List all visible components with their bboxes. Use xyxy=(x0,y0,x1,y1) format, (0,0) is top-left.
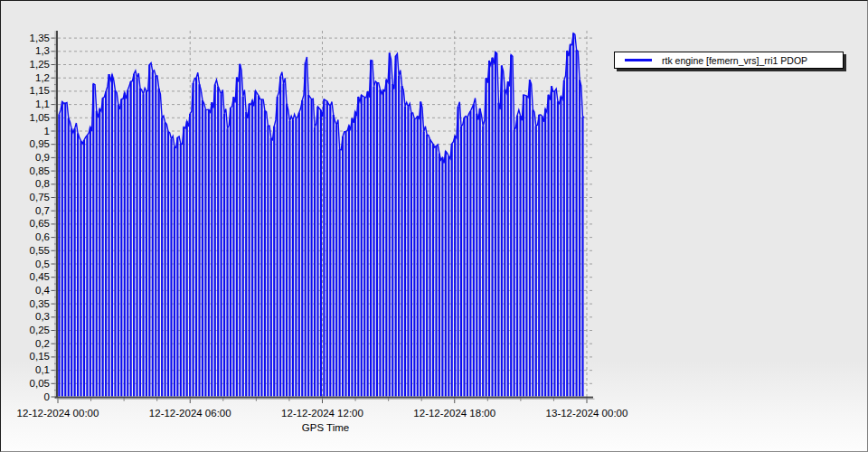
y-tick-label: 0,45 xyxy=(1,271,50,283)
y-tick-label: 1,3 xyxy=(1,45,50,57)
x-tick-label: 12-12-2024 00:00 xyxy=(4,408,112,419)
y-tick-label: 1,35 xyxy=(1,33,50,44)
x-tick-label: 13-12-2024 00:00 xyxy=(533,408,641,419)
y-tick-label: 0,15 xyxy=(1,351,50,363)
x-tick-label: 12-12-2024 12:00 xyxy=(269,408,377,419)
y-tick-label: 0,95 xyxy=(1,138,50,150)
y-tick-label: 0,4 xyxy=(1,285,50,297)
y-tick-label: 0,5 xyxy=(1,259,50,270)
y-tick-label: 0,9 xyxy=(1,152,50,164)
y-tick-label: 0,35 xyxy=(1,298,50,310)
y-tick-label: 0,65 xyxy=(1,218,50,230)
x-tick-label: 12-12-2024 18:00 xyxy=(401,408,509,419)
y-tick-label: 0,1 xyxy=(1,364,50,376)
x-axis-title: GPS Time xyxy=(235,422,416,433)
y-tick-label: 0,8 xyxy=(1,178,50,190)
y-tick-label: 0,2 xyxy=(1,338,50,350)
y-tick-label: 1,25 xyxy=(1,59,50,71)
chart-frame: 00,050,10,150,20,250,30,350,40,450,50,55… xyxy=(0,0,868,452)
y-tick-label: 1,15 xyxy=(1,85,50,97)
pdop-series-line xyxy=(59,33,584,397)
y-tick-label: 0,85 xyxy=(1,165,50,177)
y-tick-label: 0,7 xyxy=(1,205,50,217)
y-tick-label: 0,6 xyxy=(1,231,50,243)
y-tick-label: 0,05 xyxy=(1,378,50,390)
y-tick-label: 1,05 xyxy=(1,112,50,124)
y-tick-label: 1 xyxy=(1,126,50,137)
legend[interactable]: rtk engine [femern_vrs]_rri1 PDOP xyxy=(614,52,844,69)
legend-series-line-icon xyxy=(625,59,652,61)
y-tick-label: 0,55 xyxy=(1,245,50,257)
x-tick-label: 12-12-2024 06:00 xyxy=(136,408,244,419)
y-tick-label: 0 xyxy=(1,391,50,403)
y-tick-label: 1,1 xyxy=(1,99,50,110)
legend-series-label: rtk engine [femern_vrs]_rri1 PDOP xyxy=(662,55,807,66)
y-tick-label: 0,25 xyxy=(1,325,50,336)
y-tick-label: 1,2 xyxy=(1,72,50,84)
y-tick-label: 0,3 xyxy=(1,311,50,323)
y-tick-label: 0,75 xyxy=(1,192,50,203)
